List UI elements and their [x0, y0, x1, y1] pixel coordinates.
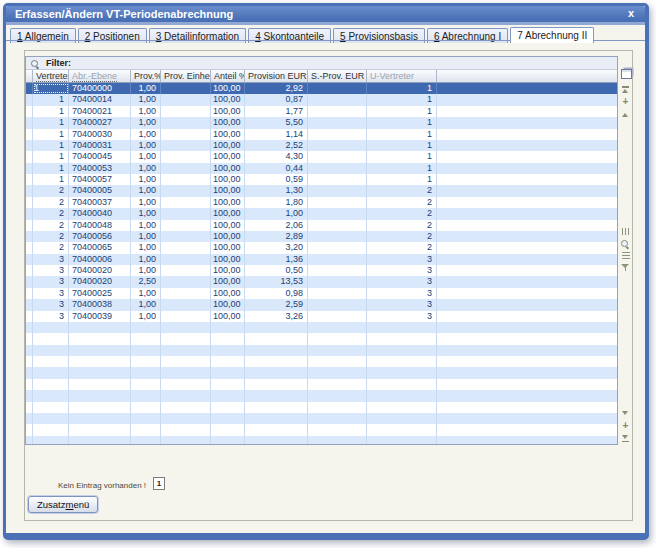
table-row[interactable]: 2704000371,00100,001,802 [26, 197, 617, 208]
row-selector [26, 390, 33, 401]
empty-row[interactable] [26, 424, 617, 435]
table-row[interactable]: 3704000061,00100,001,363 [26, 254, 617, 265]
tab-7-abrechnung-ii[interactable]: 7 Abrechnung II [510, 27, 594, 43]
table-row[interactable]: 1704000311,00100,002,521 [26, 140, 617, 151]
filter-funnel-icon[interactable] [621, 263, 630, 271]
empty-row[interactable] [26, 356, 617, 367]
cell-vertreter-nr [33, 402, 69, 413]
cell-s-prov-eur [308, 106, 367, 117]
cell-abr-ebene [69, 367, 131, 378]
cell-provision-eur: 1,00 [245, 208, 308, 219]
empty-row[interactable] [26, 345, 617, 356]
cell-prov: 1,00 [131, 163, 161, 174]
cell-vertreter-nr: 2 [33, 197, 69, 208]
scroll-to-bottom-icon[interactable] [621, 434, 630, 442]
column-header-filler [437, 70, 617, 82]
cell-filler [437, 140, 617, 151]
scroll-up-icon[interactable] [621, 110, 630, 118]
cell-u-vertreter: 2 [367, 231, 437, 242]
table-row[interactable]: 1704000211,00100,001,771 [26, 106, 617, 117]
table-row[interactable]: 3704000251,00100,000,983 [26, 288, 617, 299]
cell-prov: 1,00 [131, 174, 161, 185]
column-chooser-icon[interactable] [621, 69, 632, 79]
row-selector [26, 288, 33, 299]
table-row[interactable]: 2704000051,00100,001,302 [26, 185, 617, 196]
zusatzmenu-button[interactable]: Zusatzmenü [28, 496, 98, 513]
cell-vertreter-nr: 1 [33, 129, 69, 140]
close-icon[interactable]: x [626, 6, 636, 22]
row-selector [26, 311, 33, 322]
table-row[interactable]: 1704000531,00100,000,441 [26, 163, 617, 174]
row-selector [26, 299, 33, 310]
empty-row[interactable] [26, 390, 617, 401]
cell-abr-ebene: 70400048 [69, 220, 131, 231]
insert-icon[interactable] [621, 422, 630, 430]
row-selector [26, 402, 33, 413]
cell-u-vertreter [367, 379, 437, 390]
column-header-abr-ebene[interactable]: Abr.-Ebene [69, 70, 131, 82]
column-header-s-prov-eur[interactable]: S.-Prov. EUR [308, 70, 367, 82]
cell-prov-einheiten [161, 129, 211, 140]
table-row[interactable]: 2704000651,00100,003,202 [26, 242, 617, 253]
row-selector [26, 231, 33, 242]
row-selector [26, 129, 33, 140]
filter-input[interactable] [77, 58, 617, 68]
magnifier-icon [31, 59, 40, 68]
table-row[interactable]: 1704000571,00100,000,591 [26, 174, 617, 185]
cell-prov: 1,00 [131, 197, 161, 208]
cell-filler [437, 322, 617, 333]
cell-provision-eur: 1,80 [245, 197, 308, 208]
table-row[interactable]: 3704000391,00100,003,263 [26, 311, 617, 322]
table-row[interactable]: 3704000381,00100,002,593 [26, 299, 617, 310]
table-row[interactable]: 2704000401,00100,001,002 [26, 208, 617, 219]
cell-anteil: 100,00 [211, 276, 245, 287]
cell-abr-ebene: 70400040 [69, 208, 131, 219]
cell-anteil [211, 390, 245, 401]
search-icon[interactable] [621, 239, 630, 248]
table-row[interactable]: 1704000141,00100,000,871 [26, 94, 617, 105]
column-header-vertreter-nr[interactable]: Vertreter-Nr. [33, 70, 69, 82]
cell-provision-eur [245, 322, 308, 333]
cell-anteil [211, 356, 245, 367]
row-selector [26, 140, 33, 151]
empty-row[interactable] [26, 436, 617, 445]
insert-row-icon[interactable] [621, 98, 630, 106]
cell-vertreter-nr: 2 [33, 220, 69, 231]
column-header-anteil[interactable]: Anteil % [211, 70, 245, 82]
cell-anteil [211, 322, 245, 333]
scroll-to-top-icon[interactable] [621, 86, 630, 94]
menu-icon[interactable] [622, 252, 630, 259]
column-header-u-vertreter[interactable]: U-Vertreter [367, 70, 437, 82]
cell-prov-einheiten [161, 208, 211, 219]
empty-row[interactable] [26, 402, 617, 413]
cell-abr-ebene [69, 379, 131, 390]
empty-row[interactable] [26, 367, 617, 378]
cell-provision-eur: 3,20 [245, 242, 308, 253]
table-row[interactable]: 1704000001,00100,002,921 [26, 83, 617, 94]
empty-row[interactable] [26, 322, 617, 333]
empty-row[interactable] [26, 333, 617, 344]
cell-anteil: 100,00 [211, 265, 245, 276]
grid-header-row: Vertreter-Nr.Abr.-EbeneProv.%Prov. Einhe… [26, 70, 617, 83]
table-row[interactable]: 1704000451,00100,004,301 [26, 151, 617, 162]
columns-icon[interactable] [622, 228, 630, 235]
column-header-provision-eur[interactable]: Provision EUR [245, 70, 308, 82]
table-row[interactable]: 1704000301,00100,001,141 [26, 129, 617, 140]
cell-provision-eur: 13,53 [245, 276, 308, 287]
scroll-down-icon[interactable] [621, 410, 630, 418]
empty-row[interactable] [26, 379, 617, 390]
column-header-prov[interactable]: Prov.% [131, 70, 161, 82]
table-row[interactable]: 1704000271,00100,005,501 [26, 117, 617, 128]
table-row[interactable]: 3704000201,00100,000,503 [26, 265, 617, 276]
cell-anteil [211, 379, 245, 390]
empty-row[interactable] [26, 413, 617, 424]
cell-vertreter-nr: 2 [33, 231, 69, 242]
cell-prov [131, 345, 161, 356]
table-row[interactable]: 2704000561,00100,002,892 [26, 231, 617, 242]
column-header-prov-einheiten[interactable]: Prov. Einheiten [161, 70, 211, 82]
table-row[interactable]: 3704000202,50100,0013,533 [26, 276, 617, 287]
cell-anteil: 100,00 [211, 299, 245, 310]
cell-abr-ebene [69, 402, 131, 413]
cell-prov: 1,00 [131, 242, 161, 253]
table-row[interactable]: 2704000481,00100,002,062 [26, 220, 617, 231]
